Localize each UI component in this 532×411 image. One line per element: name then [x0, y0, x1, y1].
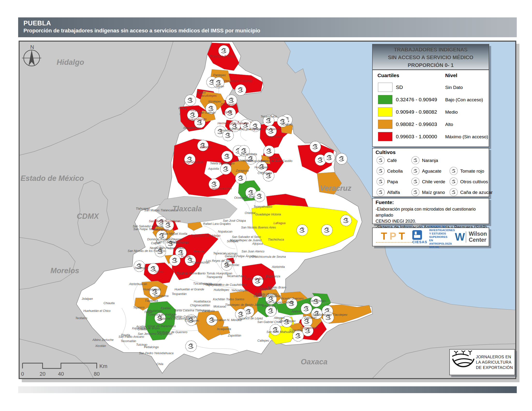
municipality-label: Guadalupe Victoria [255, 213, 281, 216]
municipality-label: Nicolás Bravo [267, 286, 286, 289]
legend-class-row: 0.98082 - 0.99603 Alto [373, 120, 489, 130]
municipality-label: San Pedro Yeloixtlahuaca [139, 352, 174, 355]
municipality-label: Oriental [245, 211, 256, 215]
legend-swatch [378, 132, 392, 141]
municipality-label: Pantepec [213, 74, 226, 77]
municipality-label: Ixcaquixtla [217, 327, 231, 331]
tomate-rojo-icon [336, 153, 347, 164]
legend-nivel: Sin Dato [445, 85, 463, 90]
municipality-label: Tecomatlán [121, 339, 136, 343]
municipality-label: Jopala [223, 111, 232, 114]
municipality-label: Vicente Guerrero [281, 297, 304, 300]
municipality-label: Chalchicomula de Sesma [251, 255, 286, 258]
municipality-label: Albino Zertuche [92, 338, 114, 342]
legend-swatch [378, 83, 392, 92]
papa-icon [297, 224, 308, 236]
legend-nivel: Alto [445, 122, 453, 127]
municipality-label: Aquixtla [208, 167, 219, 170]
jornaleros-line: LA AGRICULTURA [476, 360, 513, 365]
legend-nivel: Medio [445, 110, 458, 115]
municipality-label: Ahuazotepec [183, 126, 201, 130]
cafe-icon [264, 146, 275, 157]
cafe-icon [221, 151, 233, 162]
papa-icon [310, 141, 321, 152]
municipality-label: Tepeyahualco de Cuauhtémoc [206, 283, 247, 287]
municipality-label: Tlanepantla [206, 275, 222, 279]
ciesas-line: EN ANTROPOLOGÍA SOCIAL [429, 239, 455, 249]
municipality-label: Atexcal [211, 318, 221, 322]
municipality-label: Chiautla [104, 301, 115, 305]
map-title: PUEBLA [23, 19, 517, 27]
municipality-label: Cuautinchán [192, 261, 209, 264]
legend-range: SD [396, 84, 403, 90]
fuente-line: -Elaboración propia con microdatos del c… [376, 206, 489, 218]
municipality-label: Tlapanalá [145, 299, 158, 302]
municipality-label: General Felipe Ángeles [225, 254, 256, 258]
municipality-label: Tuzamapan de Galeana [229, 127, 261, 131]
municipality-label: San Nicolás de los Ranchos [128, 249, 165, 253]
legend-title-line: SIN ACCESO A SERVICIO MÉDICO [373, 54, 489, 61]
cultivos-header: Cultivos [376, 149, 396, 155]
municipality-label: Honey [179, 107, 187, 110]
municipality-label: Tecali de Herrera [176, 272, 199, 275]
municipality-label: Xochitlán Todos Santos [213, 298, 245, 301]
municipality-label: Tenampulco [260, 115, 277, 118]
municipality-label: Huehuetlán el Chico [83, 309, 111, 313]
naranja-icon [411, 156, 420, 165]
ciesas-name-lines: CENTRO DE INVESTIGACIONESY ESTUDIOS SUPE… [429, 225, 455, 249]
jornaleros-line: DE EXPORTACIÓN [476, 365, 513, 370]
municipality-label: Los Reyes de Juárez [206, 259, 235, 262]
legend-class-row: 0.99603 - 1.00000 Máximo (Sin acceso) [373, 132, 489, 143]
scale-tick-label: 0 [21, 371, 24, 377]
cana-de-azucar-icon [185, 341, 197, 352]
municipality-label: Cuayuca de Andrade [148, 313, 177, 316]
cultivo-label: Café [387, 158, 397, 163]
state-label: Morelos [50, 266, 79, 275]
municipality-label: Tepanco de López [238, 317, 263, 320]
municipality-label: San Pablo Anicano [118, 335, 144, 338]
otros-cultivos-icon [235, 173, 247, 184]
cafe-icon [235, 84, 246, 95]
svg-text:N: N [30, 44, 34, 50]
municipality-label: Libres [247, 195, 255, 198]
municipality-label: Amozoc [193, 250, 205, 253]
wilson-divider [466, 231, 466, 243]
municipality-label: Tepeaca [213, 252, 225, 255]
municipality-label: Coyomeapan [301, 326, 318, 329]
logos-panel: TPT CIESAS CENTRO DE INVESTIGACIONESY ES… [372, 227, 489, 246]
municipality-label: Tlacotepec de Benito Juárez [225, 303, 264, 307]
jornaleros-name: JORNALEROS ENLA AGRICULTURADE EXPORTACIÓ… [476, 354, 513, 370]
municipality-label: Jalpan [215, 85, 224, 88]
municipality-label: Tlachichuca [268, 238, 284, 241]
municipality-label: Tlahuapan [136, 207, 150, 210]
scale-tick-label: 80 [94, 371, 100, 377]
papa-icon [254, 191, 265, 202]
wilson-name: WilsonCenter [469, 231, 487, 243]
municipality-label: Domingo Arenas [147, 238, 170, 241]
tomate-rojo-icon [449, 166, 458, 176]
municipality-label: Huehuetlán el Grande [175, 288, 204, 291]
municipality-label: Quecholac [225, 263, 240, 267]
municipality-label: Lafragua [274, 222, 285, 225]
wilson-line: Wilson [469, 231, 487, 237]
municipality-label: Chignautla [257, 171, 272, 175]
municipality-label: Juan Galindo [197, 111, 216, 114]
municipality-label: Petlalcingo [144, 346, 159, 349]
municipality-label: Ixtacamaxtitlán [212, 187, 232, 190]
otros-cultivos-icon [449, 177, 458, 186]
municipality-label: Caltepec [257, 339, 269, 342]
municipality-label: Tlaxco [197, 91, 206, 94]
municipality-label: Rafael Lara Grajales [203, 222, 231, 225]
municipality-label: Amixtlán [220, 129, 232, 132]
municipality-label: Acateno [281, 123, 292, 126]
municipality-label: San Juan Atenco [242, 250, 265, 253]
municipality-label: San Antonio Cañada [266, 301, 294, 304]
municipality-label: Zaragoza [236, 169, 249, 172]
cana-de-azucar-icon [449, 188, 458, 197]
legend-swatch [378, 95, 392, 104]
legend-title-line: TRABAJADORES INDÍGENAS [373, 46, 489, 54]
bottom-gradient-bar [18, 386, 517, 393]
municipality-label: Puebla [181, 255, 190, 258]
municipality-label: Epatlán [161, 307, 171, 310]
maiz-grano-icon [321, 224, 332, 236]
